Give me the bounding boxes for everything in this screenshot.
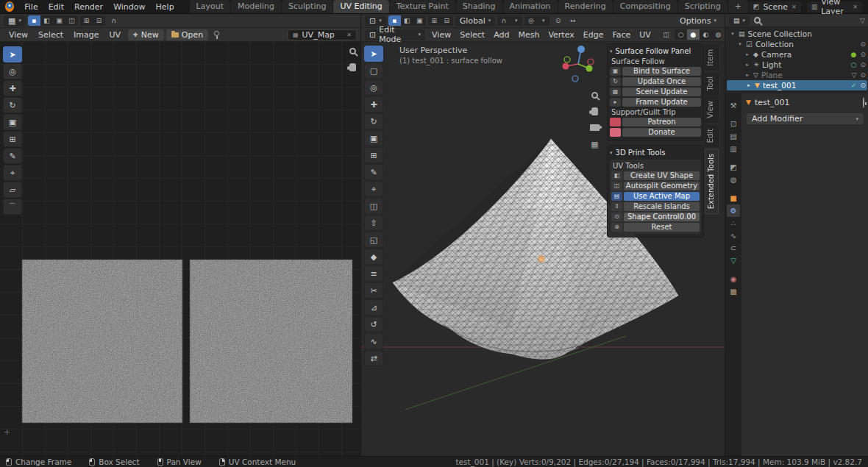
tab-particles-icon[interactable]: ∴ [727, 217, 740, 229]
tool-button[interactable]: ⇧ [364, 215, 383, 231]
menu-item[interactable]: Face [608, 28, 635, 41]
frame-update-button[interactable]: Frame Update [622, 98, 701, 107]
shading-wireframe-icon[interactable]: ○ [675, 29, 687, 40]
ortho-toggle-icon[interactable]: ▦ [591, 140, 598, 149]
vertex-mode-button[interactable]: ▪ [388, 15, 401, 26]
tool-button[interactable]: ▱ [3, 182, 22, 198]
chevron-down-icon[interactable]: ▾ [737, 41, 743, 47]
uv-island-left[interactable] [22, 260, 182, 423]
pin-icon[interactable] [210, 29, 223, 40]
scene-update-icon[interactable]: ▦ [610, 88, 621, 96]
pan-hand-icon[interactable] [591, 107, 598, 115]
pan-hand-icon[interactable] [349, 63, 356, 71]
tab-view-layer-icon[interactable]: ▥ [727, 143, 740, 155]
eye-icon[interactable]: ⊙ [860, 82, 866, 89]
menu-item[interactable]: Vertex [544, 28, 578, 41]
menu-item[interactable]: Add [489, 28, 513, 41]
chevron-right-icon[interactable]: ▸ [744, 51, 750, 57]
create-uv-icon[interactable]: ◧ [611, 171, 622, 180]
uv-face-mode-button[interactable]: ▣ [53, 15, 65, 26]
autosplit-icon[interactable]: ◫ [611, 182, 622, 190]
frame-update-icon[interactable]: ▸ [610, 98, 621, 107]
tool-button[interactable]: ⊿ [364, 299, 383, 316]
sticky-icon[interactable]: ⊟ [441, 15, 453, 26]
scene-update-button[interactable]: Scene Update [622, 88, 701, 96]
workspace-tab[interactable]: Texture Paint [390, 0, 455, 13]
filter-icon[interactable]: ▽ [860, 17, 865, 24]
transform-orientation-dropdown[interactable]: Global ▾ [455, 15, 496, 26]
menu-item[interactable]: UV [635, 28, 655, 41]
tab-object-data-icon[interactable]: ▽ [727, 254, 740, 267]
scene-selector[interactable]: ◩ Scene ✕ [749, 1, 801, 13]
tool-button[interactable]: ◫ [364, 198, 383, 214]
eye-icon[interactable]: ⊙ [860, 61, 866, 68]
tool-button[interactable]: ▣ [364, 130, 383, 146]
outliner-row-scene-collection[interactable]: ▾ ▤ Scene Collection [725, 29, 868, 39]
tool-button[interactable]: ⌖ [364, 181, 383, 197]
zoom-icon[interactable] [349, 48, 356, 54]
uv-sync-icon[interactable]: ∩ [107, 15, 120, 26]
uv-editor-canvas[interactable]: ➤◎✚↻▣⊞✎⌖▱⌒ + [0, 42, 360, 456]
tool-button[interactable]: ↻ [364, 113, 383, 129]
tool-button[interactable]: ✎ [3, 148, 22, 164]
new-image-button[interactable]: ✚ New [128, 29, 164, 40]
camera-view-icon[interactable] [590, 124, 600, 131]
tool-button[interactable]: ▣ [3, 114, 22, 130]
close-icon[interactable]: ✕ [791, 4, 797, 10]
chevron-right-icon[interactable]: ▸ [746, 82, 752, 88]
outliner-row-camera[interactable]: ▸ ◆ Camera ●⊙ [725, 49, 868, 60]
xray-toggle-icon[interactable]: ◫ [660, 29, 672, 40]
create-uv-shape-button[interactable]: Create UV Shape [624, 171, 700, 180]
workspace-tab[interactable]: Shading [456, 0, 502, 13]
reset-button[interactable]: Reset [624, 223, 700, 232]
chevron-right-icon[interactable]: ▸ [744, 72, 750, 78]
menu-item[interactable]: UV [104, 28, 127, 41]
options-dropdown[interactable]: Options ▾ [675, 15, 721, 26]
update-icon[interactable]: ↻ [610, 77, 621, 86]
view-layer-selector[interactable]: ▥ View Layer ✕ [807, 1, 862, 13]
menu-item[interactable]: Image [68, 28, 104, 41]
tab-constraints-icon[interactable]: ⊂ [727, 242, 740, 254]
chevron-right-icon[interactable]: ▸ [744, 62, 750, 68]
workspace-tab[interactable]: Modeling [231, 0, 281, 13]
uv-island-right[interactable] [190, 260, 352, 423]
sidebar-tab[interactable]: Edit [705, 124, 719, 147]
update-once-button[interactable]: Update Once [622, 77, 701, 86]
tab-material-icon[interactable]: ◉ [727, 273, 740, 285]
outliner-row-light[interactable]: ▸ ☀ Light ○⊙ [725, 60, 868, 70]
menu-item[interactable]: Window [108, 0, 150, 13]
pin-icon[interactable] [863, 98, 864, 107]
navigation-gizmo[interactable] [558, 43, 602, 88]
edge-mode-button[interactable]: ◧ [401, 15, 413, 26]
menu-item[interactable]: Select [455, 28, 489, 41]
eye-icon[interactable]: ⊙ [860, 40, 866, 48]
tool-button[interactable]: ≡ [364, 265, 383, 282]
rescale-islands-button[interactable]: Rescale Islands [624, 202, 700, 211]
tool-button[interactable]: ➤ [364, 46, 383, 62]
tool-button[interactable]: ↺ [364, 316, 383, 332]
gizmos-icon[interactable]: ↔ [566, 15, 579, 26]
use-active-map-button[interactable]: Use Active Map [624, 192, 700, 201]
workspace-tab[interactable]: Compositing [613, 0, 677, 13]
uv-edge-mode-button[interactable]: ◧ [40, 15, 53, 26]
sidebar-tab[interactable]: Extended Tools [705, 149, 719, 214]
tool-button[interactable]: ⇄ [364, 350, 383, 366]
tab-render-icon[interactable]: ⊡ [727, 118, 740, 130]
menu-item[interactable]: Mesh [513, 28, 544, 41]
rescale-icon[interactable]: ⇕ [611, 202, 622, 211]
shape-control-icon[interactable]: ⊙ [611, 213, 622, 221]
menu-item[interactable]: View [427, 28, 455, 41]
tab-tool-icon[interactable]: ⚒ [727, 99, 740, 112]
tool-button[interactable]: ⊞ [364, 147, 383, 163]
menu-item[interactable]: Render [69, 0, 108, 13]
chevron-down-icon[interactable]: ▾ [537, 15, 549, 26]
pivot-point-icon[interactable]: ⊙ [552, 15, 564, 26]
tool-button[interactable]: ✚ [364, 96, 383, 113]
tool-button[interactable]: ⊞ [3, 131, 22, 147]
collection-checkbox[interactable]: ☑ [746, 40, 753, 49]
tool-button[interactable]: ∿ [364, 333, 383, 349]
sidebar-tab[interactable]: Item [705, 45, 719, 71]
menu-item[interactable]: File [19, 0, 43, 13]
face-mode-button[interactable]: ▣ [413, 15, 426, 26]
workspace-tab[interactable]: Sculpting [282, 0, 332, 13]
